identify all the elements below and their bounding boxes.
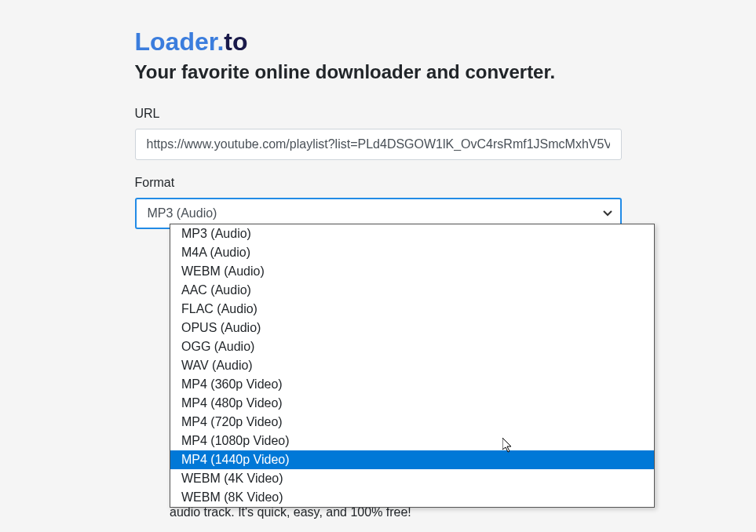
url-input[interactable] — [135, 129, 622, 160]
format-option[interactable]: MP3 (Audio) — [170, 224, 654, 243]
format-option[interactable]: MP4 (360p Video) — [170, 375, 654, 394]
format-option[interactable]: OPUS (Audio) — [170, 319, 654, 337]
format-option[interactable]: M4A (Audio) — [170, 243, 654, 262]
format-option[interactable]: MP4 (720p Video) — [170, 413, 654, 432]
format-option[interactable]: WEBM (8K Video) — [170, 488, 654, 507]
format-option[interactable]: WEBM (4K Video) — [170, 469, 654, 488]
format-option[interactable]: AAC (Audio) — [170, 281, 654, 300]
format-option[interactable]: MP4 (1080p Video) — [170, 432, 654, 450]
site-logo[interactable]: Loader.to — [135, 27, 622, 56]
format-option[interactable]: FLAC (Audio) — [170, 300, 654, 319]
format-dropdown-list[interactable]: MP3 (Audio)M4A (Audio)WEBM (Audio)AAC (A… — [170, 224, 655, 508]
format-option[interactable]: MP4 (1440p Video) — [170, 450, 654, 469]
logo-part2: to — [224, 27, 247, 56]
logo-part1: Loader. — [135, 27, 225, 56]
tagline: Your favorite online downloader and conv… — [135, 61, 622, 83]
format-option[interactable]: WEBM (Audio) — [170, 262, 654, 281]
format-option[interactable]: MP4 (480p Video) — [170, 394, 654, 413]
format-option[interactable]: WAV (Audio) — [170, 356, 654, 375]
url-label: URL — [135, 107, 622, 121]
format-option[interactable]: OGG (Audio) — [170, 337, 654, 356]
format-label: Format — [135, 176, 622, 190]
format-selected-value: MP3 (Audio) — [148, 206, 217, 220]
